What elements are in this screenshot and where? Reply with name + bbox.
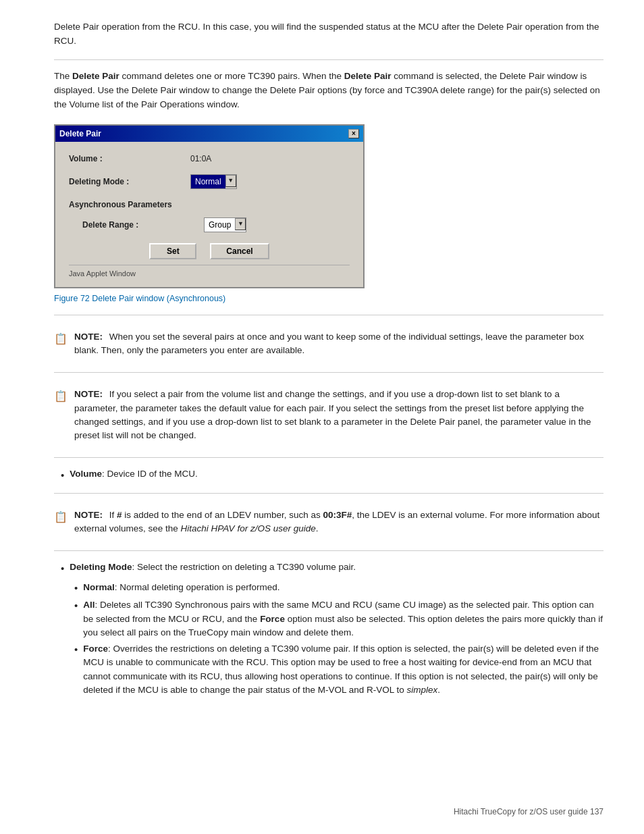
delete-range-arrow[interactable]: ▼ (235, 218, 246, 230)
set-button[interactable]: Set (149, 243, 196, 259)
cancel-button[interactable]: Cancel (210, 243, 269, 259)
divider-6 (54, 550, 603, 551)
dialog-title: Delete Pair (59, 128, 101, 140)
volume-label: Volume : (69, 153, 190, 165)
intro-paragraph: Delete Pair operation from the RCU. In t… (54, 20, 603, 49)
delete-range-select[interactable]: Group ▼ (204, 217, 246, 232)
deleting-mode-row: Deleting Mode : Normal ▼ (69, 174, 350, 189)
note-2-text: NOTE: If you select a pair from the volu… (74, 388, 603, 442)
sub-bullet-normal: • Normal: Normal deleting operation is p… (54, 581, 603, 596)
java-applet-label: Java Applet Window (69, 265, 350, 280)
sub-bullet-force-text: Force: Overrides the restrictions on del… (83, 642, 603, 697)
deleting-mode-value: Normal (191, 175, 225, 188)
sub-bullet-force: • Force: Overrides the restrictions on d… (54, 642, 603, 697)
divider-1 (54, 59, 603, 60)
dialog-body: Volume : 01:0A Deleting Mode : Normal ▼ … (55, 142, 363, 288)
async-params-label: Asynchronous Parameters (69, 199, 350, 211)
main-paragraph: The Delete Pair command deletes one or m… (54, 70, 603, 112)
sub-bullet-all: • All: Deletes all TC390 Synchronous pai… (54, 598, 603, 640)
sub-bullet-dot-force: • (74, 642, 78, 658)
deleting-mode-label: Deleting Mode : (69, 176, 190, 188)
figure-container: Delete Pair × Volume : 01:0A Deleting Mo… (54, 124, 603, 305)
note-icon-1: 📋 (54, 331, 68, 347)
delete-pair-dialog: Delete Pair × Volume : 01:0A Deleting Mo… (54, 124, 365, 289)
bullet-deleting-mode: • Deleting Mode: Select the restriction … (54, 561, 603, 577)
note-1: 📋 NOTE: When you set the several pairs a… (54, 325, 603, 363)
bullet-volume: • Volume: Device ID of the MCU. (54, 467, 603, 484)
sub-bullet-dot-normal: • (74, 581, 78, 596)
bullet-dot-deleting-mode: • (61, 561, 64, 577)
sub-bullet-dot-all: • (74, 598, 78, 614)
volume-row: Volume : 01:0A (69, 153, 350, 165)
figure-caption: Figure 72 Delete Pair window (Asynchrono… (54, 292, 603, 305)
note-2: 📋 NOTE: If you select a pair from the vo… (54, 382, 603, 448)
delete-range-value: Group (205, 218, 235, 232)
divider-5 (54, 493, 603, 494)
divider-4 (54, 457, 603, 458)
volume-value: 01:0A (190, 153, 211, 165)
note-1-text: NOTE: When you set the several pairs at … (74, 330, 603, 358)
sub-bullet-all-text: All: Deletes all TC390 Synchronous pairs… (83, 598, 603, 640)
note-3: 📋 NOTE: If # is added to the end of an L… (54, 503, 603, 542)
note-icon-3: 📋 (54, 509, 68, 525)
bullet-volume-text: Volume: Device ID of the MCU. (70, 467, 198, 481)
dialog-buttons: Set Cancel (69, 243, 350, 259)
divider-2 (54, 315, 603, 315)
bullet-dot-volume: • (61, 468, 64, 484)
divider-3 (54, 372, 603, 373)
dialog-titlebar: Delete Pair × (55, 126, 363, 142)
note-icon-2: 📋 (54, 388, 68, 405)
sub-bullet-normal-text: Normal: Normal deleting operation is per… (83, 581, 279, 594)
bullet-deleting-mode-text: Deleting Mode: Select the restriction on… (70, 561, 356, 574)
delete-range-row: Delete Range : Group ▼ (69, 217, 350, 232)
note-3-text: NOTE: If # is added to the end of an LDE… (74, 509, 603, 536)
deleting-mode-select[interactable]: Normal ▼ (190, 174, 237, 189)
dialog-close-button[interactable]: × (348, 129, 359, 138)
deleting-mode-arrow[interactable]: ▼ (225, 175, 236, 187)
page-footer: Hitachi TrueCopy for z/OS user guide 137 (454, 806, 603, 818)
delete-range-label: Delete Range : (82, 219, 204, 231)
